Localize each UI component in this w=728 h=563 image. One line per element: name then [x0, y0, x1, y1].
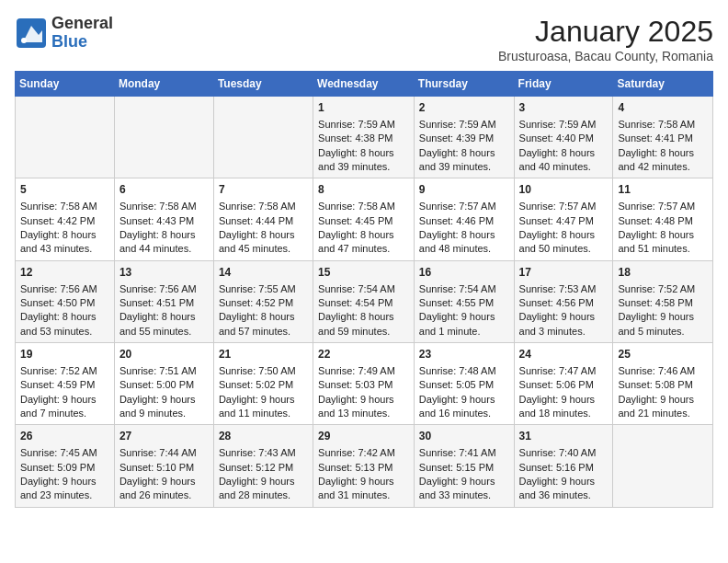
- day-number: 13: [119, 265, 209, 281]
- calendar-cell: [16, 97, 115, 178]
- day-info: Sunset: 4:48 PM: [618, 214, 708, 228]
- calendar-cell: 18Sunrise: 7:52 AMSunset: 4:58 PMDayligh…: [613, 260, 713, 342]
- day-info: Sunset: 5:05 PM: [419, 378, 509, 392]
- calendar-cell: 4Sunrise: 7:58 AMSunset: 4:41 PMDaylight…: [613, 97, 713, 178]
- day-number: 15: [318, 265, 409, 281]
- month-title: January 2025: [498, 15, 713, 49]
- day-number: 7: [219, 182, 308, 198]
- calendar-cell: 26Sunrise: 7:45 AMSunset: 5:09 PMDayligh…: [16, 425, 115, 507]
- day-info: Daylight: 9 hours and 36 minutes.: [519, 475, 609, 503]
- page-header: General Blue January 2025 Brusturoasa, B…: [15, 15, 713, 63]
- day-info: Sunrise: 7:58 AM: [618, 118, 708, 132]
- day-info: Daylight: 8 hours and 40 minutes.: [519, 146, 609, 175]
- day-info: Daylight: 8 hours and 42 minutes.: [618, 146, 708, 175]
- day-info: Sunrise: 7:58 AM: [219, 200, 308, 213]
- day-info: Sunrise: 7:51 AM: [119, 364, 209, 378]
- logo-text: General Blue: [51, 15, 113, 52]
- day-info: Sunset: 4:50 PM: [20, 296, 109, 310]
- calendar-cell: [213, 97, 313, 178]
- day-info: Daylight: 8 hours and 48 minutes.: [419, 228, 509, 257]
- calendar-cell: 22Sunrise: 7:49 AMSunset: 5:03 PMDayligh…: [313, 343, 415, 425]
- day-info: Sunrise: 7:46 AM: [618, 364, 708, 378]
- day-info: Sunrise: 7:41 AM: [419, 446, 509, 460]
- day-number: 14: [219, 265, 308, 281]
- day-number: 22: [318, 347, 409, 362]
- day-number: 17: [519, 265, 609, 281]
- day-info: Sunrise: 7:58 AM: [20, 200, 109, 213]
- day-info: Sunset: 4:52 PM: [219, 296, 308, 310]
- day-number: 31: [519, 429, 609, 444]
- day-info: Daylight: 9 hours and 31 minutes.: [318, 475, 409, 503]
- calendar-cell: 7Sunrise: 7:58 AMSunset: 4:44 PMDaylight…: [213, 178, 313, 260]
- calendar-week-row: 12Sunrise: 7:56 AMSunset: 4:50 PMDayligh…: [16, 260, 713, 342]
- day-info: Sunset: 4:42 PM: [20, 214, 109, 228]
- day-info: Sunset: 4:59 PM: [20, 378, 109, 392]
- calendar-cell: 6Sunrise: 7:58 AMSunset: 4:43 PMDaylight…: [114, 178, 213, 260]
- calendar-cell: 19Sunrise: 7:52 AMSunset: 4:59 PMDayligh…: [16, 343, 115, 425]
- day-number: 28: [219, 429, 308, 444]
- calendar-cell: 9Sunrise: 7:57 AMSunset: 4:46 PMDaylight…: [414, 178, 514, 260]
- day-number: 20: [119, 347, 209, 362]
- day-info: Daylight: 9 hours and 13 minutes.: [318, 393, 409, 421]
- calendar-cell: [114, 97, 213, 178]
- day-info: Sunset: 4:46 PM: [419, 214, 509, 228]
- day-info: Daylight: 8 hours and 59 minutes.: [318, 310, 409, 339]
- day-info: Daylight: 8 hours and 44 minutes.: [119, 228, 209, 257]
- calendar-cell: 16Sunrise: 7:54 AMSunset: 4:55 PMDayligh…: [414, 260, 514, 342]
- calendar-cell: 5Sunrise: 7:58 AMSunset: 4:42 PMDaylight…: [16, 178, 115, 260]
- day-number: 29: [318, 429, 409, 444]
- day-info: Sunset: 4:56 PM: [519, 296, 609, 310]
- day-info: Daylight: 8 hours and 51 minutes.: [618, 228, 708, 257]
- day-number: 25: [618, 347, 708, 362]
- day-info: Sunset: 5:02 PM: [219, 378, 308, 392]
- day-number: 3: [519, 100, 609, 116]
- day-info: Daylight: 9 hours and 21 minutes.: [618, 393, 708, 421]
- calendar-cell: 1Sunrise: 7:59 AMSunset: 4:38 PMDaylight…: [313, 97, 415, 178]
- calendar-cell: [613, 425, 713, 507]
- day-info: Sunrise: 7:53 AM: [519, 282, 609, 296]
- day-number: 6: [119, 182, 209, 198]
- calendar-cell: 30Sunrise: 7:41 AMSunset: 5:15 PMDayligh…: [414, 425, 514, 507]
- day-info: Sunrise: 7:55 AM: [219, 282, 308, 296]
- calendar-cell: 12Sunrise: 7:56 AMSunset: 4:50 PMDayligh…: [16, 260, 115, 342]
- day-info: Daylight: 9 hours and 9 minutes.: [119, 393, 209, 421]
- day-info: Sunset: 4:58 PM: [618, 296, 708, 310]
- column-header-thursday: Thursday: [414, 72, 514, 97]
- day-number: 5: [20, 182, 109, 198]
- column-header-wednesday: Wednesday: [313, 72, 415, 97]
- day-info: Sunrise: 7:47 AM: [519, 364, 609, 378]
- day-info: Daylight: 8 hours and 43 minutes.: [20, 228, 109, 257]
- day-info: Sunset: 4:40 PM: [519, 132, 609, 145]
- day-info: Sunrise: 7:57 AM: [419, 200, 509, 213]
- day-number: 1: [318, 100, 409, 116]
- logo-icon: [15, 17, 48, 50]
- day-number: 24: [519, 347, 609, 362]
- day-info: Sunrise: 7:50 AM: [219, 364, 308, 378]
- day-info: Daylight: 9 hours and 11 minutes.: [219, 393, 308, 421]
- calendar-cell: 3Sunrise: 7:59 AMSunset: 4:40 PMDaylight…: [514, 97, 613, 178]
- day-info: Sunrise: 7:59 AM: [419, 118, 509, 132]
- calendar-cell: 20Sunrise: 7:51 AMSunset: 5:00 PMDayligh…: [114, 343, 213, 425]
- day-number: 19: [20, 347, 109, 362]
- day-info: Sunrise: 7:48 AM: [419, 364, 509, 378]
- day-info: Sunset: 5:09 PM: [20, 461, 109, 475]
- day-number: 27: [119, 429, 209, 444]
- day-info: Sunrise: 7:59 AM: [519, 118, 609, 132]
- calendar-cell: 10Sunrise: 7:57 AMSunset: 4:47 PMDayligh…: [514, 178, 613, 260]
- day-number: 30: [419, 429, 509, 444]
- day-info: Daylight: 9 hours and 1 minute.: [419, 310, 509, 339]
- day-info: Sunset: 5:08 PM: [618, 378, 708, 392]
- day-number: 10: [519, 182, 609, 198]
- day-info: Sunrise: 7:54 AM: [318, 282, 409, 296]
- day-info: Sunset: 5:06 PM: [519, 378, 609, 392]
- day-info: Sunrise: 7:43 AM: [219, 446, 308, 460]
- calendar-cell: 14Sunrise: 7:55 AMSunset: 4:52 PMDayligh…: [213, 260, 313, 342]
- day-info: Sunset: 4:51 PM: [119, 296, 209, 310]
- day-info: Daylight: 9 hours and 26 minutes.: [119, 475, 209, 503]
- calendar-week-row: 5Sunrise: 7:58 AMSunset: 4:42 PMDaylight…: [16, 178, 713, 260]
- day-info: Daylight: 8 hours and 47 minutes.: [318, 228, 409, 257]
- calendar-cell: 24Sunrise: 7:47 AMSunset: 5:06 PMDayligh…: [514, 343, 613, 425]
- day-info: Sunrise: 7:45 AM: [20, 446, 109, 460]
- day-info: Sunset: 5:03 PM: [318, 378, 409, 392]
- calendar-cell: 23Sunrise: 7:48 AMSunset: 5:05 PMDayligh…: [414, 343, 514, 425]
